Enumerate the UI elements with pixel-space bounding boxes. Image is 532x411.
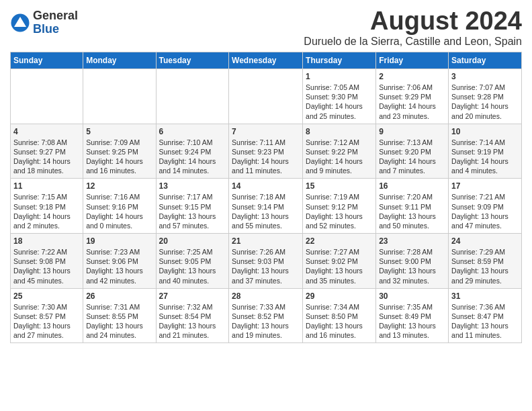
day-number: 23 xyxy=(379,236,445,246)
day-content: Sunrise: 7:15 AM Sunset: 9:18 PM Dayligh… xyxy=(13,192,80,230)
calendar-cell: 20Sunrise: 7:25 AM Sunset: 9:05 PM Dayli… xyxy=(156,234,229,289)
day-content: Sunrise: 7:17 AM Sunset: 9:15 PM Dayligh… xyxy=(159,192,226,230)
day-number: 8 xyxy=(306,127,373,136)
calendar-header-day: Wednesday xyxy=(229,52,303,69)
day-number: 4 xyxy=(13,127,80,136)
day-number: 14 xyxy=(232,181,300,191)
header: General Blue August 2024 Duruelo de la S… xyxy=(10,7,522,48)
day-number: 12 xyxy=(86,181,152,191)
title-section: August 2024 Duruelo de la Sierra, Castil… xyxy=(304,7,522,48)
calendar-cell: 21Sunrise: 7:26 AM Sunset: 9:03 PM Dayli… xyxy=(229,234,303,289)
day-content: Sunrise: 7:12 AM Sunset: 9:22 PM Dayligh… xyxy=(306,138,373,176)
day-content: Sunrise: 7:27 AM Sunset: 9:02 PM Dayligh… xyxy=(306,247,373,285)
day-content: Sunrise: 7:21 AM Sunset: 9:09 PM Dayligh… xyxy=(451,192,519,230)
calendar-cell: 14Sunrise: 7:18 AM Sunset: 9:14 PM Dayli… xyxy=(229,179,303,234)
calendar-cell: 4Sunrise: 7:08 AM Sunset: 9:27 PM Daylig… xyxy=(11,124,83,179)
calendar-cell xyxy=(11,69,83,124)
day-number: 9 xyxy=(379,127,445,136)
day-content: Sunrise: 7:23 AM Sunset: 9:06 PM Dayligh… xyxy=(86,247,152,285)
day-content: Sunrise: 7:18 AM Sunset: 9:14 PM Dayligh… xyxy=(232,192,300,230)
day-number: 13 xyxy=(159,181,226,191)
main-title: August 2024 xyxy=(304,7,522,36)
calendar-cell: 2Sunrise: 7:06 AM Sunset: 9:29 PM Daylig… xyxy=(376,69,449,124)
calendar-cell: 9Sunrise: 7:13 AM Sunset: 9:20 PM Daylig… xyxy=(376,124,449,179)
day-content: Sunrise: 7:09 AM Sunset: 9:25 PM Dayligh… xyxy=(86,138,152,176)
calendar-week-row: 11Sunrise: 7:15 AM Sunset: 9:18 PM Dayli… xyxy=(11,179,522,234)
calendar-cell: 30Sunrise: 7:35 AM Sunset: 8:49 PM Dayli… xyxy=(376,288,449,343)
calendar-cell: 26Sunrise: 7:31 AM Sunset: 8:55 PM Dayli… xyxy=(83,288,156,343)
calendar-cell: 10Sunrise: 7:14 AM Sunset: 9:19 PM Dayli… xyxy=(449,124,522,179)
calendar-cell xyxy=(83,69,156,124)
day-content: Sunrise: 7:08 AM Sunset: 9:27 PM Dayligh… xyxy=(13,138,80,176)
day-number: 20 xyxy=(159,236,226,246)
calendar-cell xyxy=(156,69,229,124)
logo-text: General Blue xyxy=(33,9,78,36)
day-number: 26 xyxy=(86,291,152,301)
day-number: 19 xyxy=(86,236,152,246)
calendar-cell: 8Sunrise: 7:12 AM Sunset: 9:22 PM Daylig… xyxy=(303,124,376,179)
calendar-cell: 19Sunrise: 7:23 AM Sunset: 9:06 PM Dayli… xyxy=(83,234,156,289)
day-number: 7 xyxy=(232,127,300,136)
calendar-cell: 7Sunrise: 7:11 AM Sunset: 9:23 PM Daylig… xyxy=(229,124,303,179)
calendar-table: SundayMondayTuesdayWednesdayThursdayFrid… xyxy=(10,52,522,343)
day-number: 6 xyxy=(159,127,226,136)
day-content: Sunrise: 7:10 AM Sunset: 9:24 PM Dayligh… xyxy=(159,138,226,176)
day-content: Sunrise: 7:36 AM Sunset: 8:47 PM Dayligh… xyxy=(451,302,519,340)
day-content: Sunrise: 7:30 AM Sunset: 8:57 PM Dayligh… xyxy=(13,302,80,340)
day-content: Sunrise: 7:35 AM Sunset: 8:49 PM Dayligh… xyxy=(379,302,445,340)
calendar-header-day: Sunday xyxy=(11,52,83,69)
calendar-cell: 23Sunrise: 7:28 AM Sunset: 9:00 PM Dayli… xyxy=(376,234,449,289)
calendar-cell: 6Sunrise: 7:10 AM Sunset: 9:24 PM Daylig… xyxy=(156,124,229,179)
day-content: Sunrise: 7:16 AM Sunset: 9:16 PM Dayligh… xyxy=(86,192,152,230)
day-number: 10 xyxy=(451,127,519,136)
day-number: 28 xyxy=(232,291,300,301)
day-content: Sunrise: 7:26 AM Sunset: 9:03 PM Dayligh… xyxy=(232,247,300,285)
day-content: Sunrise: 7:29 AM Sunset: 8:59 PM Dayligh… xyxy=(451,247,519,285)
day-content: Sunrise: 7:34 AM Sunset: 8:50 PM Dayligh… xyxy=(306,302,373,340)
calendar-header-day: Monday xyxy=(83,52,156,69)
calendar-cell: 11Sunrise: 7:15 AM Sunset: 9:18 PM Dayli… xyxy=(11,179,83,234)
day-number: 21 xyxy=(232,236,300,246)
day-number: 22 xyxy=(306,236,373,246)
day-number: 11 xyxy=(13,181,80,191)
calendar-cell: 28Sunrise: 7:33 AM Sunset: 8:52 PM Dayli… xyxy=(229,288,303,343)
day-number: 31 xyxy=(451,291,519,301)
calendar-header-day: Friday xyxy=(376,52,449,69)
day-content: Sunrise: 7:31 AM Sunset: 8:55 PM Dayligh… xyxy=(86,302,152,340)
logo-general: General xyxy=(33,9,78,23)
calendar-cell xyxy=(229,69,303,124)
calendar-week-row: 18Sunrise: 7:22 AM Sunset: 9:08 PM Dayli… xyxy=(11,234,522,289)
calendar-cell: 12Sunrise: 7:16 AM Sunset: 9:16 PM Dayli… xyxy=(83,179,156,234)
logo-icon xyxy=(10,13,30,33)
calendar-cell: 1Sunrise: 7:05 AM Sunset: 9:30 PM Daylig… xyxy=(303,69,376,124)
calendar-week-row: 4Sunrise: 7:08 AM Sunset: 9:27 PM Daylig… xyxy=(11,124,522,179)
day-content: Sunrise: 7:07 AM Sunset: 9:28 PM Dayligh… xyxy=(451,83,519,121)
subtitle: Duruelo de la Sierra, Castille and Leon,… xyxy=(304,36,522,48)
day-number: 24 xyxy=(451,236,519,246)
calendar-cell: 5Sunrise: 7:09 AM Sunset: 9:25 PM Daylig… xyxy=(83,124,156,179)
calendar-cell: 3Sunrise: 7:07 AM Sunset: 9:28 PM Daylig… xyxy=(449,69,522,124)
day-content: Sunrise: 7:28 AM Sunset: 9:00 PM Dayligh… xyxy=(379,247,445,285)
day-content: Sunrise: 7:25 AM Sunset: 9:05 PM Dayligh… xyxy=(159,247,226,285)
day-content: Sunrise: 7:13 AM Sunset: 9:20 PM Dayligh… xyxy=(379,138,445,176)
calendar-header-row: SundayMondayTuesdayWednesdayThursdayFrid… xyxy=(11,52,522,69)
calendar-header-day: Saturday xyxy=(449,52,522,69)
day-number: 18 xyxy=(13,236,80,246)
calendar-cell: 18Sunrise: 7:22 AM Sunset: 9:08 PM Dayli… xyxy=(11,234,83,289)
day-content: Sunrise: 7:14 AM Sunset: 9:19 PM Dayligh… xyxy=(451,138,519,176)
day-number: 30 xyxy=(379,291,445,301)
calendar-week-row: 25Sunrise: 7:30 AM Sunset: 8:57 PM Dayli… xyxy=(11,288,522,343)
calendar-cell: 29Sunrise: 7:34 AM Sunset: 8:50 PM Dayli… xyxy=(303,288,376,343)
day-number: 16 xyxy=(379,181,445,191)
day-number: 5 xyxy=(86,127,152,136)
day-number: 27 xyxy=(159,291,226,301)
day-number: 2 xyxy=(379,72,445,81)
calendar-cell: 15Sunrise: 7:19 AM Sunset: 9:12 PM Dayli… xyxy=(303,179,376,234)
day-content: Sunrise: 7:20 AM Sunset: 9:11 PM Dayligh… xyxy=(379,192,445,230)
calendar-cell: 31Sunrise: 7:36 AM Sunset: 8:47 PM Dayli… xyxy=(449,288,522,343)
day-number: 29 xyxy=(306,291,373,301)
calendar-cell: 13Sunrise: 7:17 AM Sunset: 9:15 PM Dayli… xyxy=(156,179,229,234)
calendar-header-day: Tuesday xyxy=(156,52,229,69)
day-content: Sunrise: 7:11 AM Sunset: 9:23 PM Dayligh… xyxy=(232,138,300,176)
calendar-cell: 16Sunrise: 7:20 AM Sunset: 9:11 PM Dayli… xyxy=(376,179,449,234)
